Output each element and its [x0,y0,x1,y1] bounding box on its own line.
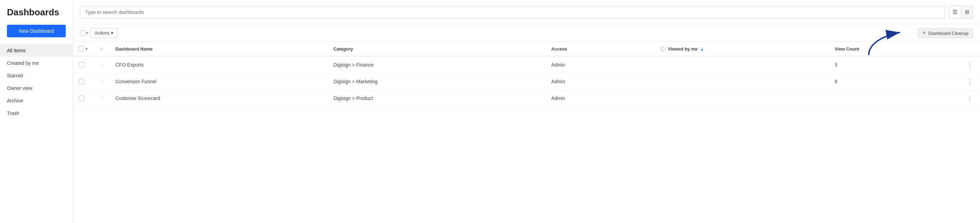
page-title: Dashboards [0,7,73,25]
row-category-0: Digisign > Finance [328,56,546,73]
row-viewcount-1: 6 [829,73,960,90]
sidebar: Dashboards New Dashboard All ItemsCreate… [0,0,73,223]
col-header-viewed-by-me[interactable]: i Viewed by me ▲ [655,42,829,56]
col-header-row-actions [960,42,980,56]
search-input[interactable] [80,6,945,18]
row-menu-cell-1: ⋮ [960,73,980,90]
sidebar-item-archive[interactable]: Archive [0,95,73,107]
sidebar-item-starred[interactable]: Starred [0,69,73,82]
view-toggle: ☰ ⊞ [949,6,973,18]
row-access-2: Admin [546,90,654,107]
row-menu-cell-2: ⋮ [960,90,980,107]
row-name-2: Customer Scorecard [110,90,328,107]
actions-button[interactable]: Actions ▾ [90,28,118,38]
row-access-1: Admin [546,73,654,90]
flag-icon: ⚑ [922,30,926,35]
col-header-star: ☆ [94,42,110,56]
dashboards-table-container: ▾ ☆ Dashboard Name Category [73,42,980,223]
list-view-button[interactable]: ☰ [949,6,961,18]
header-checkbox[interactable] [79,46,84,51]
row-checkbox-2[interactable] [79,95,84,101]
table-header-row: ▾ ☆ Dashboard Name Category [73,42,980,56]
new-dashboard-button[interactable]: New Dashboard [7,25,66,37]
table-row: ☆ Conversion Funnel Digisign > Marketing… [73,73,980,90]
actions-chevron-icon: ▾ [111,30,113,35]
row-viewed-2 [655,90,829,107]
row-viewcount-0: 3 [829,56,960,73]
star-header-icon: ☆ [99,47,103,51]
toolbar-left: ▾ Actions ▾ [80,28,118,38]
col-header-checkbox: ▾ [73,42,94,56]
dashboard-cleanup-badge[interactable]: ⚑ Dashboard Cleanup [918,28,973,38]
row-viewed-1 [655,73,829,90]
row-category-1: Digisign > Marketing [328,73,546,90]
actions-label: Actions [95,30,110,35]
header-chevron-icon[interactable]: ▾ [86,47,87,51]
col-header-name[interactable]: Dashboard Name [110,42,328,56]
viewed-info-icon: i [660,47,665,51]
sidebar-item-all-items[interactable]: All Items [0,44,73,57]
sort-asc-icon: ▲ [700,47,704,51]
select-dropdown-chevron[interactable]: ▾ [86,31,88,35]
row-checkbox-cell [73,90,94,107]
row-star-0[interactable]: ☆ [94,56,110,73]
row-checkbox-0[interactable] [79,62,84,67]
sidebar-item-owner-view[interactable]: Owner view [0,82,73,95]
sidebar-item-trash[interactable]: Trash [0,107,73,120]
row-star-1[interactable]: ☆ [94,73,110,90]
col-header-view-count[interactable]: View Count [829,42,960,56]
row-viewcount-2 [829,90,960,107]
sidebar-nav: All ItemsCreated by meStarredOwner viewA… [0,44,73,120]
select-all-checkbox[interactable] [80,30,86,36]
col-header-access[interactable]: Access [546,42,654,56]
row-name-1: Conversion Funnel [110,73,328,90]
row-checkbox-1[interactable] [79,79,84,84]
main-content: ☰ ⊞ ▾ Actions ▾ [73,0,980,223]
table-row: ☆ CFO Exports Digisign > Finance Admin 3… [73,56,980,73]
table-row: ☆ Customer Scorecard Digisign > Product … [73,90,980,107]
dashboards-table: ▾ ☆ Dashboard Name Category [73,42,980,107]
row-menu-cell-0: ⋮ [960,56,980,73]
row-checkbox-cell [73,56,94,73]
col-header-category[interactable]: Category [328,42,546,56]
select-all-checkbox-group: ▾ [80,30,88,36]
grid-view-button[interactable]: ⊞ [961,6,973,18]
row-menu-button-2[interactable]: ⋮ [966,95,974,101]
table-body: ☆ CFO Exports Digisign > Finance Admin 3… [73,56,980,107]
toolbar: ▾ Actions ▾ ⚑ Dashboard Cleanup [73,24,980,42]
row-name-0: CFO Exports [110,56,328,73]
row-access-0: Admin [546,56,654,73]
row-category-2: Digisign > Product [328,90,546,107]
row-viewed-0 [655,56,829,73]
row-star-2[interactable]: ☆ [94,90,110,107]
row-menu-button-0[interactable]: ⋮ [966,62,974,68]
sidebar-item-created-by-me[interactable]: Created by me [0,57,73,69]
top-bar: ☰ ⊞ [73,0,980,24]
cleanup-label: Dashboard Cleanup [928,30,969,35]
row-menu-button-1[interactable]: ⋮ [966,79,974,85]
row-checkbox-cell [73,73,94,90]
